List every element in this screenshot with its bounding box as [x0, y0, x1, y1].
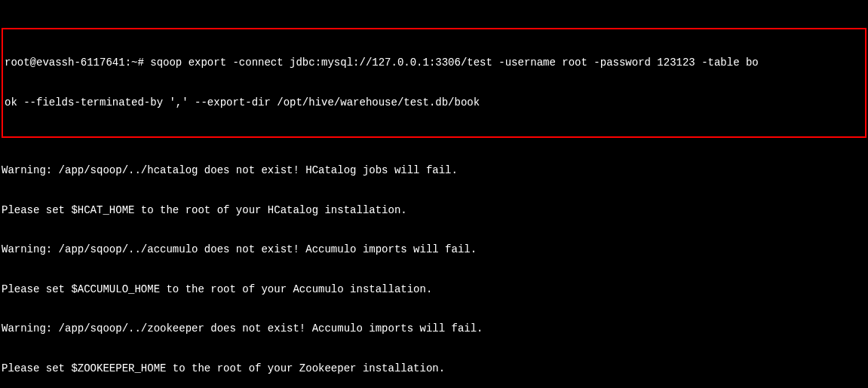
log-line: Warning: /app/sqoop/../hcatalog does not… [2, 164, 866, 178]
log-line: Warning: /app/sqoop/../zookeeper does no… [2, 322, 866, 336]
terminal-output[interactable]: root@evassh-6117641:~# sqoop export -con… [2, 2, 866, 388]
log-line: Please set $ACCUMULO_HOME to the root of… [2, 283, 866, 297]
log-line: Please set $ZOOKEEPER_HOME to the root o… [2, 362, 866, 376]
prompt-command-line-2: ok --fields-terminated-by ',' --export-d… [5, 96, 863, 110]
command-highlight-box: root@evassh-6117641:~# sqoop export -con… [2, 28, 866, 138]
log-line: Warning: /app/sqoop/../accumulo does not… [2, 243, 866, 257]
log-line: Please set $HCAT_HOME to the root of you… [2, 204, 866, 218]
prompt-command-line-1: root@evassh-6117641:~# sqoop export -con… [5, 57, 863, 70]
